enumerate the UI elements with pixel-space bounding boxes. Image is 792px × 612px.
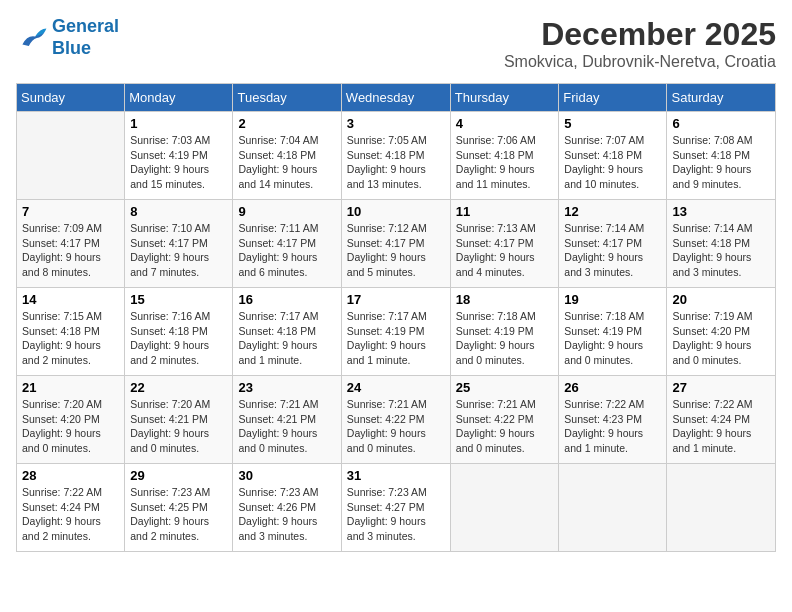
week-row-3: 14Sunrise: 7:15 AM Sunset: 4:18 PM Dayli… [17, 288, 776, 376]
calendar-cell: 9Sunrise: 7:11 AM Sunset: 4:17 PM Daylig… [233, 200, 341, 288]
weekday-saturday: Saturday [667, 84, 776, 112]
day-info: Sunrise: 7:21 AM Sunset: 4:22 PM Dayligh… [347, 397, 445, 456]
day-number: 15 [130, 292, 227, 307]
weekday-friday: Friday [559, 84, 667, 112]
day-info: Sunrise: 7:09 AM Sunset: 4:17 PM Dayligh… [22, 221, 119, 280]
day-info: Sunrise: 7:14 AM Sunset: 4:18 PM Dayligh… [672, 221, 770, 280]
logo: General Blue [16, 16, 119, 59]
day-info: Sunrise: 7:17 AM Sunset: 4:18 PM Dayligh… [238, 309, 335, 368]
calendar-cell: 17Sunrise: 7:17 AM Sunset: 4:19 PM Dayli… [341, 288, 450, 376]
calendar-cell: 27Sunrise: 7:22 AM Sunset: 4:24 PM Dayli… [667, 376, 776, 464]
calendar-cell: 16Sunrise: 7:17 AM Sunset: 4:18 PM Dayli… [233, 288, 341, 376]
calendar-cell: 25Sunrise: 7:21 AM Sunset: 4:22 PM Dayli… [450, 376, 559, 464]
calendar-cell: 19Sunrise: 7:18 AM Sunset: 4:19 PM Dayli… [559, 288, 667, 376]
day-number: 29 [130, 468, 227, 483]
day-number: 19 [564, 292, 661, 307]
calendar-cell: 3Sunrise: 7:05 AM Sunset: 4:18 PM Daylig… [341, 112, 450, 200]
title-block: December 2025 Smokvica, Dubrovnik-Neretv… [504, 16, 776, 71]
day-number: 23 [238, 380, 335, 395]
day-info: Sunrise: 7:10 AM Sunset: 4:17 PM Dayligh… [130, 221, 227, 280]
day-number: 10 [347, 204, 445, 219]
day-info: Sunrise: 7:23 AM Sunset: 4:27 PM Dayligh… [347, 485, 445, 544]
calendar-cell: 24Sunrise: 7:21 AM Sunset: 4:22 PM Dayli… [341, 376, 450, 464]
day-number: 13 [672, 204, 770, 219]
day-number: 21 [22, 380, 119, 395]
calendar-cell: 28Sunrise: 7:22 AM Sunset: 4:24 PM Dayli… [17, 464, 125, 552]
day-number: 31 [347, 468, 445, 483]
weekday-thursday: Thursday [450, 84, 559, 112]
day-number: 18 [456, 292, 554, 307]
day-number: 27 [672, 380, 770, 395]
day-info: Sunrise: 7:14 AM Sunset: 4:17 PM Dayligh… [564, 221, 661, 280]
logo-icon [16, 22, 48, 54]
day-info: Sunrise: 7:20 AM Sunset: 4:20 PM Dayligh… [22, 397, 119, 456]
day-info: Sunrise: 7:23 AM Sunset: 4:26 PM Dayligh… [238, 485, 335, 544]
day-number: 17 [347, 292, 445, 307]
day-number: 30 [238, 468, 335, 483]
calendar-cell: 22Sunrise: 7:20 AM Sunset: 4:21 PM Dayli… [125, 376, 233, 464]
calendar-cell: 29Sunrise: 7:23 AM Sunset: 4:25 PM Dayli… [125, 464, 233, 552]
day-info: Sunrise: 7:22 AM Sunset: 4:23 PM Dayligh… [564, 397, 661, 456]
weekday-wednesday: Wednesday [341, 84, 450, 112]
calendar-cell: 2Sunrise: 7:04 AM Sunset: 4:18 PM Daylig… [233, 112, 341, 200]
day-info: Sunrise: 7:05 AM Sunset: 4:18 PM Dayligh… [347, 133, 445, 192]
day-info: Sunrise: 7:16 AM Sunset: 4:18 PM Dayligh… [130, 309, 227, 368]
day-number: 14 [22, 292, 119, 307]
week-row-1: 1Sunrise: 7:03 AM Sunset: 4:19 PM Daylig… [17, 112, 776, 200]
day-number: 3 [347, 116, 445, 131]
location-title: Smokvica, Dubrovnik-Neretva, Croatia [504, 53, 776, 71]
calendar-cell: 14Sunrise: 7:15 AM Sunset: 4:18 PM Dayli… [17, 288, 125, 376]
calendar-cell: 7Sunrise: 7:09 AM Sunset: 4:17 PM Daylig… [17, 200, 125, 288]
calendar-cell [17, 112, 125, 200]
day-number: 26 [564, 380, 661, 395]
day-info: Sunrise: 7:13 AM Sunset: 4:17 PM Dayligh… [456, 221, 554, 280]
calendar-cell: 13Sunrise: 7:14 AM Sunset: 4:18 PM Dayli… [667, 200, 776, 288]
week-row-4: 21Sunrise: 7:20 AM Sunset: 4:20 PM Dayli… [17, 376, 776, 464]
day-info: Sunrise: 7:03 AM Sunset: 4:19 PM Dayligh… [130, 133, 227, 192]
day-info: Sunrise: 7:04 AM Sunset: 4:18 PM Dayligh… [238, 133, 335, 192]
calendar-cell: 8Sunrise: 7:10 AM Sunset: 4:17 PM Daylig… [125, 200, 233, 288]
day-number: 16 [238, 292, 335, 307]
day-info: Sunrise: 7:07 AM Sunset: 4:18 PM Dayligh… [564, 133, 661, 192]
day-number: 25 [456, 380, 554, 395]
day-info: Sunrise: 7:21 AM Sunset: 4:22 PM Dayligh… [456, 397, 554, 456]
day-number: 1 [130, 116, 227, 131]
day-number: 12 [564, 204, 661, 219]
calendar-cell: 15Sunrise: 7:16 AM Sunset: 4:18 PM Dayli… [125, 288, 233, 376]
day-info: Sunrise: 7:15 AM Sunset: 4:18 PM Dayligh… [22, 309, 119, 368]
calendar-cell: 5Sunrise: 7:07 AM Sunset: 4:18 PM Daylig… [559, 112, 667, 200]
day-number: 4 [456, 116, 554, 131]
calendar-body: 1Sunrise: 7:03 AM Sunset: 4:19 PM Daylig… [17, 112, 776, 552]
day-info: Sunrise: 7:20 AM Sunset: 4:21 PM Dayligh… [130, 397, 227, 456]
day-info: Sunrise: 7:17 AM Sunset: 4:19 PM Dayligh… [347, 309, 445, 368]
day-number: 2 [238, 116, 335, 131]
day-info: Sunrise: 7:23 AM Sunset: 4:25 PM Dayligh… [130, 485, 227, 544]
calendar-cell: 18Sunrise: 7:18 AM Sunset: 4:19 PM Dayli… [450, 288, 559, 376]
week-row-5: 28Sunrise: 7:22 AM Sunset: 4:24 PM Dayli… [17, 464, 776, 552]
calendar-cell: 26Sunrise: 7:22 AM Sunset: 4:23 PM Dayli… [559, 376, 667, 464]
calendar-cell: 31Sunrise: 7:23 AM Sunset: 4:27 PM Dayli… [341, 464, 450, 552]
calendar-cell: 11Sunrise: 7:13 AM Sunset: 4:17 PM Dayli… [450, 200, 559, 288]
day-info: Sunrise: 7:22 AM Sunset: 4:24 PM Dayligh… [672, 397, 770, 456]
day-number: 28 [22, 468, 119, 483]
weekday-sunday: Sunday [17, 84, 125, 112]
week-row-2: 7Sunrise: 7:09 AM Sunset: 4:17 PM Daylig… [17, 200, 776, 288]
day-info: Sunrise: 7:22 AM Sunset: 4:24 PM Dayligh… [22, 485, 119, 544]
page-header: General Blue December 2025 Smokvica, Dub… [16, 16, 776, 71]
calendar-cell: 23Sunrise: 7:21 AM Sunset: 4:21 PM Dayli… [233, 376, 341, 464]
calendar-cell [559, 464, 667, 552]
day-info: Sunrise: 7:11 AM Sunset: 4:17 PM Dayligh… [238, 221, 335, 280]
day-info: Sunrise: 7:12 AM Sunset: 4:17 PM Dayligh… [347, 221, 445, 280]
day-info: Sunrise: 7:18 AM Sunset: 4:19 PM Dayligh… [456, 309, 554, 368]
calendar-cell: 6Sunrise: 7:08 AM Sunset: 4:18 PM Daylig… [667, 112, 776, 200]
day-info: Sunrise: 7:18 AM Sunset: 4:19 PM Dayligh… [564, 309, 661, 368]
weekday-header-row: SundayMondayTuesdayWednesdayThursdayFrid… [17, 84, 776, 112]
calendar-cell: 4Sunrise: 7:06 AM Sunset: 4:18 PM Daylig… [450, 112, 559, 200]
calendar-cell: 1Sunrise: 7:03 AM Sunset: 4:19 PM Daylig… [125, 112, 233, 200]
weekday-tuesday: Tuesday [233, 84, 341, 112]
logo-text: General Blue [52, 16, 119, 59]
day-number: 6 [672, 116, 770, 131]
calendar-cell: 21Sunrise: 7:20 AM Sunset: 4:20 PM Dayli… [17, 376, 125, 464]
day-number: 22 [130, 380, 227, 395]
day-number: 9 [238, 204, 335, 219]
